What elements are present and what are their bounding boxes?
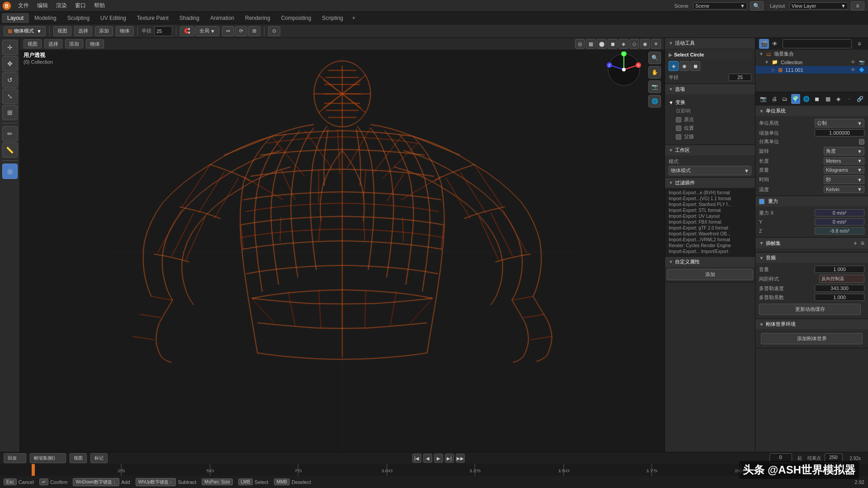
tab-texture-paint[interactable]: Texture Paint: [132, 13, 174, 23]
timeline-view-btn[interactable]: 视图: [70, 453, 87, 463]
object-mode-btn[interactable]: ▦ 物体模式 ▼: [4, 26, 46, 36]
keying-add-icon[interactable]: +: [854, 239, 857, 247]
jump-end-btn[interactable]: ▶▶: [456, 454, 465, 463]
object-filter-icon[interactable]: 🔷: [859, 67, 864, 72]
plugin-item-2[interactable]: Import-Export: Stanford PLY f...: [669, 202, 751, 207]
workspace-mode-dropdown[interactable]: 物体模式 ▼: [669, 166, 751, 175]
vp-overlay-render-btn[interactable]: ◉: [640, 39, 650, 49]
tab-sculpting[interactable]: Sculpting: [62, 13, 95, 23]
temp-dropdown[interactable]: Kelvin ▼: [824, 186, 864, 193]
parents-checkbox[interactable]: [676, 134, 681, 140]
transform-btn-1[interactable]: ⇔: [222, 26, 234, 36]
gravity-x-input[interactable]: 0 m/s²: [815, 209, 864, 216]
tab-scripting[interactable]: Scripting: [316, 13, 349, 23]
tool-cursor[interactable]: ✛: [2, 40, 18, 55]
object-vis-icon[interactable]: 👁: [851, 67, 855, 72]
props-material-icon[interactable]: ◈: [834, 94, 843, 104]
vp-select-btn[interactable]: 选择: [44, 39, 62, 48]
plugin-item-5[interactable]: Import-Export: FBX format: [669, 219, 751, 225]
options-header[interactable]: ▼ 选项: [665, 84, 755, 94]
zoom-icon[interactable]: 🔍: [648, 52, 661, 64]
vp-overlay-sphere-btn[interactable]: ⬤: [597, 39, 607, 49]
props-output-icon[interactable]: 🖨: [770, 94, 779, 104]
radius-icon-1[interactable]: ◈: [669, 61, 679, 71]
view-layer-selector[interactable]: View Layer ▼: [789, 2, 848, 9]
add-custom-prop-btn[interactable]: 添加: [667, 269, 753, 280]
vp-object-btn[interactable]: 物体: [86, 39, 104, 48]
keying-sub-icon[interactable]: ≡: [861, 239, 864, 247]
cancel-key[interactable]: Esc: [4, 479, 17, 485]
menu-file[interactable]: 文件: [14, 1, 33, 10]
jump-start-btn[interactable]: |◀: [412, 454, 421, 463]
select-btn[interactable]: 选择: [74, 26, 92, 36]
menu-render[interactable]: 渲染: [52, 1, 71, 10]
outliner-search-input[interactable]: [783, 39, 852, 48]
props-constraints-icon[interactable]: 🔗: [855, 94, 864, 104]
transform-btn-2[interactable]: ⟳: [235, 26, 247, 36]
vp-overlay-cube-btn[interactable]: ◼: [608, 39, 618, 49]
radius-icon-3[interactable]: ◼: [690, 61, 700, 71]
tab-rendering[interactable]: Rendering: [240, 13, 275, 23]
timeline-track[interactable]: 0 25 50 75 100 125 150 175 200 250: [0, 464, 868, 476]
plugin-item-9[interactable]: Render: Cycles Render Engine: [669, 243, 751, 249]
timeline-mark-btn[interactable]: 标记: [90, 453, 108, 463]
viewport-gizmo[interactable]: X Y Z: [606, 52, 642, 88]
filter-plugins-header[interactable]: ▼ 过滤插件: [665, 178, 755, 188]
timeline-mode-btn[interactable]: 回放: [4, 453, 26, 463]
plugin-item-3[interactable]: Import-Export: STL format: [669, 207, 751, 213]
menu-edit[interactable]: 编辑: [33, 1, 52, 10]
vp-overlay-circle-btn[interactable]: ◎: [575, 39, 585, 49]
doppler-factor-input[interactable]: 1.000: [815, 294, 864, 301]
confirm-key[interactable]: ↵: [39, 479, 48, 485]
outliner-view-icon[interactable]: 👁: [770, 39, 780, 49]
audio-header[interactable]: ▼ 音频: [755, 253, 868, 263]
origins-checkbox[interactable]: [676, 117, 681, 122]
scale-input[interactable]: 1.000000: [815, 129, 864, 136]
add-workspace-btn[interactable]: +: [349, 13, 359, 23]
vp-view-btn[interactable]: 视图: [24, 39, 42, 48]
collection-render-icon[interactable]: 📷: [859, 60, 864, 65]
blender-logo[interactable]: B: [2, 1, 12, 11]
tab-compositing[interactable]: Compositing: [276, 13, 317, 23]
props-world-icon[interactable]: 🌐: [802, 94, 811, 104]
scene-search-btn[interactable]: 🔍: [750, 1, 764, 10]
gravity-y-input[interactable]: 0 m/s²: [815, 218, 864, 225]
gravity-header[interactable]: 重力: [755, 196, 868, 206]
next-frame-btn[interactable]: ▶|: [445, 454, 454, 463]
prev-frame-btn[interactable]: ◀: [423, 454, 432, 463]
vp-add-btn[interactable]: 添加: [65, 39, 83, 48]
props-object-icon[interactable]: ◼: [813, 94, 822, 104]
play-btn[interactable]: ▶: [434, 454, 443, 463]
plugin-item-1[interactable]: Import-Export...(VG) 1.1 format: [669, 196, 751, 202]
volume-input[interactable]: 1.000: [815, 266, 864, 273]
radius-icon-2[interactable]: ◉: [679, 61, 689, 71]
length-dropdown[interactable]: Meters ▼: [824, 157, 864, 164]
units-header[interactable]: ▼ 单位系统: [755, 106, 868, 116]
tab-modeling[interactable]: Modeling: [29, 13, 62, 23]
tab-shading[interactable]: Shading: [174, 13, 205, 23]
menu-window[interactable]: 窗口: [71, 1, 90, 10]
active-tools-header[interactable]: ▼ 活动工具: [665, 38, 755, 48]
locations-checkbox[interactable]: [676, 126, 681, 131]
add-rigid-world-btn[interactable]: 添加刚体世界: [761, 333, 863, 344]
tool-select-circle[interactable]: ◎: [2, 164, 18, 179]
props-scene-icon[interactable]: 🌍: [791, 94, 800, 104]
plugin-item-8[interactable]: Import-Export.../VRML2 format: [669, 237, 751, 243]
props-view-layer-icon[interactable]: 🗂: [780, 94, 789, 104]
global-btn[interactable]: 全局 ▼: [195, 26, 219, 36]
plugin-item-4[interactable]: Import-Export: UV Layout: [669, 213, 751, 219]
transform-btn-3[interactable]: ⊞: [248, 26, 260, 36]
tool-rotate[interactable]: ↺: [2, 72, 18, 88]
gravity-checkbox[interactable]: [759, 199, 764, 204]
timeline-capture-btn[interactable]: 帧缩集(帧): [30, 453, 66, 463]
snap-btn[interactable]: 🧲: [180, 26, 194, 36]
workspace-header[interactable]: ▼ 工作区: [665, 145, 755, 155]
mass-dropdown[interactable]: Kilograms ▼: [824, 166, 864, 174]
vp-overlay-grid-btn[interactable]: ▦: [586, 39, 596, 49]
tool-transform[interactable]: ⊞: [2, 105, 18, 120]
world-icon[interactable]: 🌐: [648, 95, 661, 108]
collection-vis-icon[interactable]: 👁: [851, 60, 855, 65]
transform-header[interactable]: ▼ 变换: [669, 98, 751, 107]
scene-selector[interactable]: Scene ▼: [693, 2, 747, 9]
unit-system-dropdown[interactable]: 公制 ▼: [815, 119, 864, 127]
